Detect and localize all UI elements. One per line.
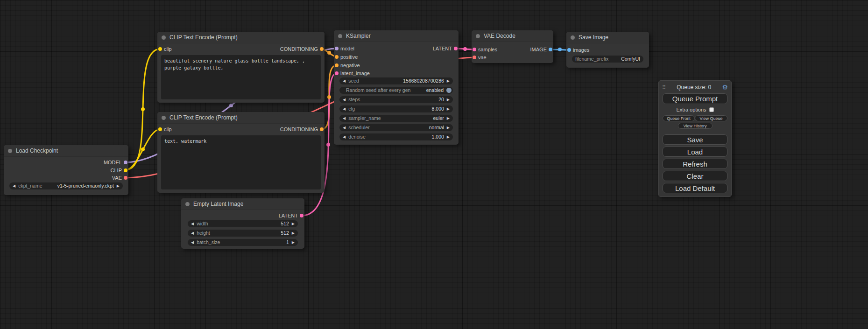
slot-row-negative: negative bbox=[334, 62, 459, 69]
node-header[interactable]: Load Checkpoint bbox=[4, 145, 128, 157]
seed-toggle-icon[interactable] bbox=[446, 88, 452, 93]
input-dot-latent-image[interactable] bbox=[335, 71, 339, 75]
extra-options-checkbox[interactable] bbox=[709, 107, 714, 112]
clear-button[interactable]: Clear bbox=[663, 171, 727, 181]
collapse-dot-icon[interactable] bbox=[185, 202, 190, 206]
input-dot-model[interactable] bbox=[335, 47, 339, 50]
next-arrow-icon[interactable]: ▶ bbox=[292, 220, 295, 227]
prev-arrow-icon[interactable]: ◀ bbox=[343, 124, 346, 131]
input-label-positive: positive bbox=[340, 54, 358, 60]
prompt-text-area[interactable]: text, watermark bbox=[161, 135, 321, 189]
input-dot-samples[interactable] bbox=[473, 48, 476, 51]
node-header[interactable]: CLIP Text Encode (Prompt) bbox=[157, 112, 325, 124]
input-dot-clip[interactable] bbox=[158, 47, 162, 51]
node-graph-canvas[interactable]: Load Checkpoint MODEL CLIP VAE ◀ ckpt_na… bbox=[0, 0, 868, 329]
prev-arrow-icon[interactable]: ◀ bbox=[343, 96, 346, 103]
widget-cfg[interactable]: ◀ cfg 8.000 ▶ bbox=[339, 105, 453, 112]
widget-name: batch_size bbox=[197, 239, 220, 246]
collapse-dot-icon[interactable] bbox=[8, 149, 12, 153]
settings-gear-icon[interactable]: ⚙ bbox=[722, 84, 728, 91]
node-clip-text-encode-negative[interactable]: CLIP Text Encode (Prompt) clip CONDITION… bbox=[157, 112, 325, 193]
node-clip-text-encode-positive[interactable]: CLIP Text Encode (Prompt) clip CONDITION… bbox=[157, 32, 325, 103]
drag-handle-icon[interactable]: ⠿ bbox=[662, 84, 666, 91]
prev-arrow-icon[interactable]: ◀ bbox=[343, 115, 346, 122]
output-dot-conditioning[interactable] bbox=[320, 127, 324, 131]
output-dot-conditioning[interactable] bbox=[320, 47, 324, 51]
prev-arrow-icon[interactable]: ◀ bbox=[343, 133, 346, 140]
prev-arrow-icon[interactable]: ◀ bbox=[343, 77, 346, 84]
next-arrow-icon[interactable]: ▶ bbox=[447, 133, 450, 140]
node-empty-latent-image[interactable]: Empty Latent Image LATENT ◀ width 512 ▶ … bbox=[181, 198, 304, 249]
link-dot-latent-empty bbox=[326, 143, 330, 147]
input-label-latent-image: latent_image bbox=[340, 70, 370, 76]
next-arrow-icon[interactable]: ▶ bbox=[447, 77, 450, 84]
widget-steps[interactable]: ◀ steps 20 ▶ bbox=[339, 96, 453, 103]
next-arrow-icon[interactable]: ▶ bbox=[447, 105, 450, 112]
collapse-dot-icon[interactable] bbox=[162, 35, 166, 40]
output-dot-clip[interactable] bbox=[124, 168, 127, 172]
next-arrow-icon[interactable]: ▶ bbox=[117, 182, 120, 189]
node-header[interactable]: KSampler bbox=[334, 30, 459, 42]
link-dot-latent-ksampler bbox=[463, 47, 467, 51]
output-label-latent: LATENT bbox=[279, 213, 298, 218]
next-arrow-icon[interactable]: ▶ bbox=[447, 115, 450, 122]
node-ksampler[interactable]: KSampler model LATENT positive negative … bbox=[334, 30, 459, 145]
queue-prompt-button[interactable]: Queue Prompt bbox=[663, 93, 727, 104]
output-dot-image[interactable] bbox=[549, 48, 552, 51]
node-header[interactable]: Empty Latent Image bbox=[181, 198, 304, 210]
refresh-button[interactable]: Refresh bbox=[663, 159, 727, 169]
output-dot-vae[interactable] bbox=[124, 176, 127, 180]
widget-seed[interactable]: ◀ seed 156680208700286 ▶ bbox=[339, 77, 453, 84]
prev-arrow-icon[interactable]: ◀ bbox=[191, 220, 194, 227]
node-title: KSampler bbox=[346, 33, 371, 39]
slot-row-images: images bbox=[566, 46, 649, 54]
prompt-text-area[interactable]: beautiful scenery nature glass bottle la… bbox=[161, 55, 321, 99]
widget-filename-prefix[interactable]: filename_prefix ComfyUI bbox=[572, 56, 643, 63]
input-dot-vae[interactable] bbox=[473, 56, 476, 59]
input-dot-negative[interactable] bbox=[335, 63, 339, 67]
widget-batch-size[interactable]: ◀ batch_size 1 ▶ bbox=[188, 239, 298, 246]
node-header[interactable]: VAE Decode bbox=[472, 30, 553, 42]
queue-front-button[interactable]: Queue Front bbox=[663, 115, 695, 121]
load-default-button[interactable]: Load Default bbox=[663, 183, 727, 193]
collapse-dot-icon[interactable] bbox=[338, 34, 342, 38]
save-button[interactable]: Save bbox=[663, 134, 727, 145]
collapse-dot-icon[interactable] bbox=[162, 116, 166, 120]
input-dot-positive[interactable] bbox=[335, 55, 339, 59]
output-dot-latent[interactable] bbox=[454, 47, 458, 50]
node-header[interactable]: CLIP Text Encode (Prompt) bbox=[157, 32, 325, 43]
widget-sampler-name[interactable]: ◀ sampler_name euler ▶ bbox=[339, 115, 453, 122]
input-dot-images[interactable] bbox=[567, 48, 571, 52]
widget-scheduler[interactable]: ◀ scheduler normal ▶ bbox=[339, 124, 453, 131]
widget-random-seed[interactable]: Random seed after every gen enabled bbox=[339, 87, 453, 94]
node-header[interactable]: Save Image bbox=[566, 32, 649, 43]
node-title: Load Checkpoint bbox=[16, 147, 58, 154]
next-arrow-icon[interactable]: ▶ bbox=[292, 239, 295, 246]
widget-width[interactable]: ◀ width 512 ▶ bbox=[188, 220, 298, 227]
view-history-button[interactable]: View History bbox=[678, 123, 713, 129]
prev-arrow-icon[interactable]: ◀ bbox=[191, 239, 194, 246]
prev-arrow-icon[interactable]: ◀ bbox=[13, 182, 15, 189]
extra-options-label: Extra options bbox=[676, 107, 706, 112]
load-button[interactable]: Load bbox=[663, 147, 727, 157]
node-load-checkpoint[interactable]: Load Checkpoint MODEL CLIP VAE ◀ ckpt_na… bbox=[4, 145, 128, 195]
prev-arrow-icon[interactable]: ◀ bbox=[191, 230, 194, 237]
widget-height[interactable]: ◀ height 512 ▶ bbox=[188, 230, 298, 237]
collapse-dot-icon[interactable] bbox=[571, 35, 575, 40]
slot-row-clip-conditioning: clip CONDITIONING bbox=[157, 126, 325, 133]
collapse-dot-icon[interactable] bbox=[476, 34, 480, 38]
prev-arrow-icon[interactable]: ◀ bbox=[343, 105, 346, 112]
widget-denoise[interactable]: ◀ denoise 1.000 ▶ bbox=[339, 133, 453, 140]
widget-name: seed bbox=[348, 77, 359, 84]
widget-ckpt-name[interactable]: ◀ ckpt_name v1-5-pruned-emaonly.ckpt ▶ bbox=[9, 182, 123, 189]
node-save-image[interactable]: Save Image images filename_prefix ComfyU… bbox=[566, 32, 649, 68]
output-dot-latent[interactable] bbox=[300, 214, 303, 217]
input-dot-clip[interactable] bbox=[158, 127, 162, 131]
view-queue-button[interactable]: View Queue bbox=[695, 115, 727, 121]
node-vae-decode[interactable]: VAE Decode samples IMAGE vae bbox=[472, 30, 553, 63]
next-arrow-icon[interactable]: ▶ bbox=[447, 96, 450, 103]
next-arrow-icon[interactable]: ▶ bbox=[447, 124, 450, 131]
output-dot-model[interactable] bbox=[124, 161, 127, 164]
next-arrow-icon[interactable]: ▶ bbox=[292, 230, 295, 237]
input-label-clip: clip bbox=[164, 126, 172, 132]
